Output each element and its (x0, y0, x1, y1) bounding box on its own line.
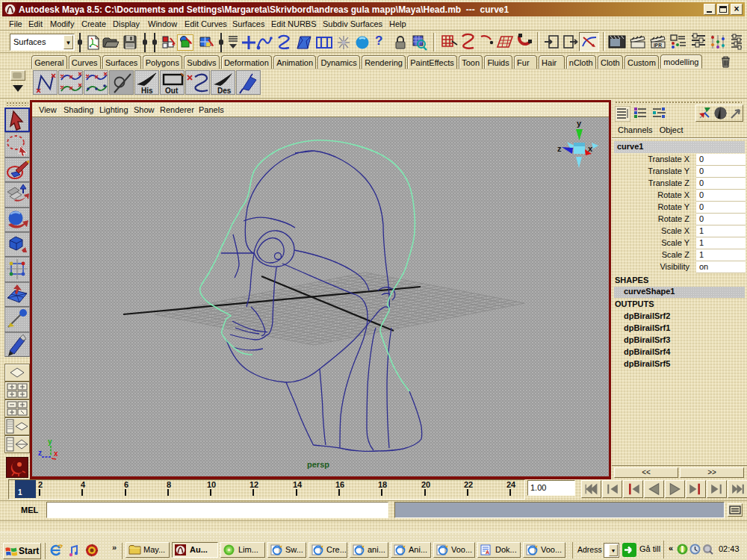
svg-text:Out: Out (165, 87, 179, 95)
svg-text:Des: Des (217, 87, 232, 95)
svg-text:z: z (557, 144, 562, 153)
svg-text:A: A (486, 550, 489, 555)
svg-text:y: y (577, 119, 582, 128)
svg-text:z: z (38, 449, 42, 457)
svg-text:x: x (54, 449, 58, 458)
svg-text:y: y (48, 438, 52, 446)
svg-text:His: His (141, 87, 153, 95)
svg-text:persp: persp (307, 460, 329, 469)
